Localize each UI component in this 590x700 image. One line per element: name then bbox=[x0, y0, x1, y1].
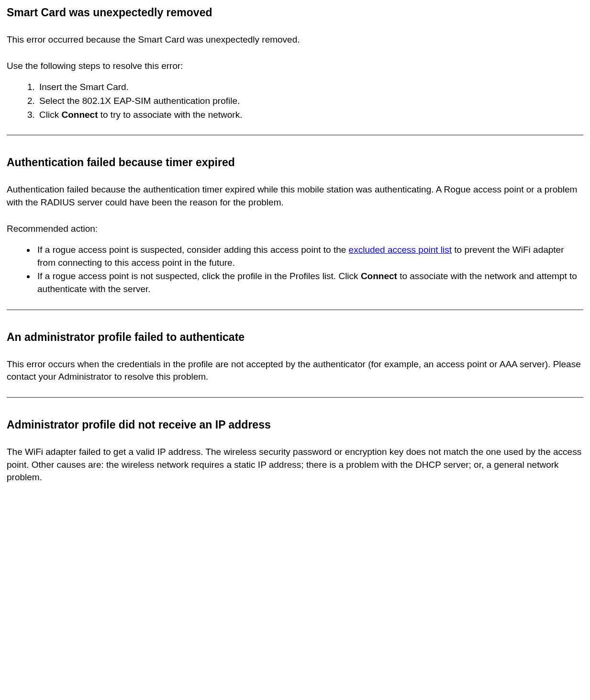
list-item: If a rogue access point is not suspected… bbox=[35, 270, 583, 295]
divider bbox=[7, 397, 583, 398]
list-item: If a rogue access point is suspected, co… bbox=[35, 244, 583, 269]
list-item: Select the 802.1X EAP-SIM authentication… bbox=[37, 95, 583, 108]
text: Click bbox=[39, 110, 61, 120]
bullet-list: If a rogue access point is suspected, co… bbox=[7, 244, 583, 295]
paragraph: Use the following steps to resolve this … bbox=[7, 60, 583, 73]
bold-text: Connect bbox=[61, 110, 98, 120]
divider bbox=[7, 309, 583, 310]
section-heading-auth-timer: Authentication failed because timer expi… bbox=[7, 155, 583, 170]
bold-text: Connect bbox=[361, 271, 397, 281]
list-item: Click Connect to try to associate with t… bbox=[37, 109, 583, 122]
text: If a rogue access point is not suspected… bbox=[37, 271, 361, 281]
section-heading-smart-card: Smart Card was unexpectedly removed bbox=[7, 5, 583, 20]
text: to try to associate with the network. bbox=[98, 110, 242, 120]
section-heading-admin-auth-fail: An administrator profile failed to authe… bbox=[7, 329, 583, 345]
section-heading-admin-no-ip: Administrator profile did not receive an… bbox=[7, 417, 583, 432]
ordered-steps-list: Insert the Smart Card. Select the 802.1X… bbox=[7, 81, 583, 121]
divider bbox=[7, 135, 583, 135]
text: If a rogue access point is suspected, co… bbox=[37, 245, 349, 255]
paragraph: Recommended action: bbox=[7, 223, 583, 236]
excluded-access-point-link[interactable]: excluded access point list bbox=[349, 245, 452, 255]
paragraph: Authentication failed because the authen… bbox=[7, 183, 583, 209]
paragraph: This error occurred because the Smart Ca… bbox=[7, 34, 583, 46]
list-item: Insert the Smart Card. bbox=[37, 81, 583, 94]
paragraph: This error occurs when the credentials i… bbox=[7, 358, 583, 384]
paragraph: The WiFi adapter failed to get a valid I… bbox=[7, 446, 583, 484]
